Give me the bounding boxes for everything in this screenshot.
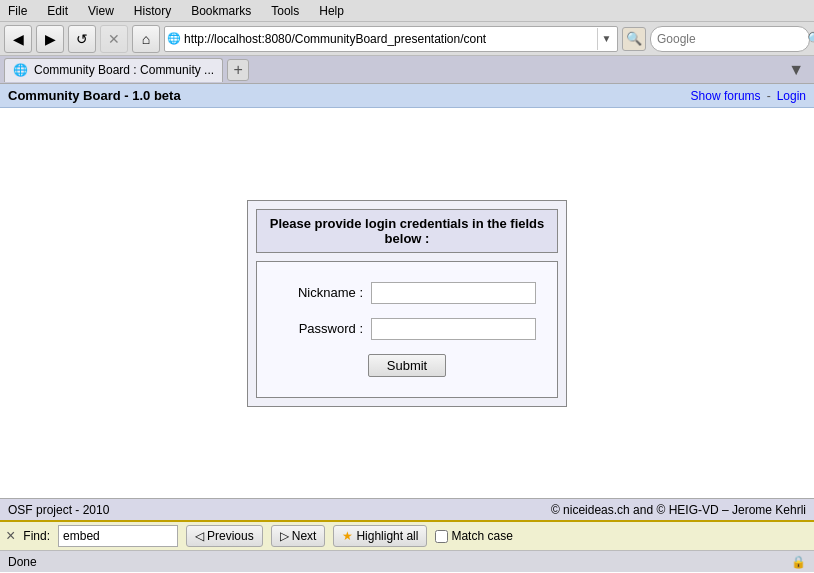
tab-title: Community Board : Community ... [34,63,214,77]
reload-button[interactable]: ↺ [68,25,96,53]
menu-bookmarks[interactable]: Bookmarks [187,2,255,20]
tab-bar-menu[interactable]: ▼ [782,59,810,81]
login-heading: Please provide login credentials in the … [256,209,558,253]
security-icon: 🔒 [791,555,806,569]
address-bar[interactable]: 🌐 ▼ [164,26,618,52]
menu-view[interactable]: View [84,2,118,20]
submit-row: Submit [273,354,541,377]
find-input[interactable] [58,525,178,547]
highlight-all-button[interactable]: ★ Highlight all [333,525,427,547]
toolbar: ◀ ▶ ↺ ✕ ⌂ 🌐 ▼ 🔍 🔍 [0,22,814,56]
main-content: Please provide login credentials in the … [0,108,814,498]
find-close-button[interactable]: × [6,528,15,544]
home-button[interactable]: ⌂ [132,25,160,53]
submit-button[interactable]: Submit [368,354,446,377]
copyright-label: © niceideas.ch and © HEIG-VD – Jerome Ke… [551,503,806,517]
highlight-icon: ★ [342,529,353,543]
nickname-label: Nickname : [273,285,363,300]
status-bar: OSF project - 2010 © niceideas.ch and © … [0,498,814,520]
menu-history[interactable]: History [130,2,175,20]
menu-edit[interactable]: Edit [43,2,72,20]
menu-file[interactable]: File [4,2,31,20]
highlight-label: Highlight all [356,529,418,543]
previous-button[interactable]: ◁ Previous [186,525,263,547]
osf-project-label: OSF project - 2010 [8,503,109,517]
search-input[interactable] [657,32,807,46]
show-forums-link[interactable]: Show forums [691,89,761,103]
nickname-row: Nickname : [273,282,541,304]
new-tab-button[interactable]: + [227,59,249,81]
search-engine-icon[interactable]: 🔍 [622,27,646,51]
match-case-checkbox[interactable] [435,530,448,543]
tab-bar: 🌐 Community Board : Community ... + ▼ [0,56,814,84]
menu-help[interactable]: Help [315,2,348,20]
login-box: Please provide login credentials in the … [247,200,567,407]
match-case-label: Match case [451,529,512,543]
menu-bar: File Edit View History Bookmarks Tools H… [0,0,814,22]
links-separator: - [767,89,771,103]
tab-community[interactable]: 🌐 Community Board : Community ... [4,58,223,82]
next-arrow-icon: ▷ [280,529,289,543]
tab-favicon: 🌐 [13,63,28,77]
app-header: Community Board - 1.0 beta Show forums -… [0,84,814,108]
bottom-status-bar: Done 🔒 [0,550,814,572]
password-label: Password : [273,321,363,336]
stop-button[interactable]: ✕ [100,25,128,53]
next-button[interactable]: ▷ Next [271,525,326,547]
done-status: Done [8,555,37,569]
address-dropdown[interactable]: ▼ [597,28,615,50]
match-case-wrap: Match case [435,529,512,543]
password-input[interactable] [371,318,536,340]
password-row: Password : [273,318,541,340]
search-bar[interactable]: 🔍 [650,26,810,52]
back-button[interactable]: ◀ [4,25,32,53]
login-inner: Nickname : Password : Submit [256,261,558,398]
nickname-input[interactable] [371,282,536,304]
search-button[interactable]: 🔍 [807,31,814,47]
find-bar: × Find: ◁ Previous ▷ Next ★ Highlight al… [0,520,814,550]
previous-label: Previous [207,529,254,543]
app-title: Community Board - 1.0 beta [8,88,181,103]
previous-arrow-icon: ◁ [195,529,204,543]
app-links: Show forums - Login [691,89,806,103]
find-label: Find: [23,529,50,543]
login-link[interactable]: Login [777,89,806,103]
address-input[interactable] [184,32,597,46]
forward-button[interactable]: ▶ [36,25,64,53]
address-icon: 🌐 [167,32,181,45]
menu-tools[interactable]: Tools [267,2,303,20]
next-label: Next [292,529,317,543]
